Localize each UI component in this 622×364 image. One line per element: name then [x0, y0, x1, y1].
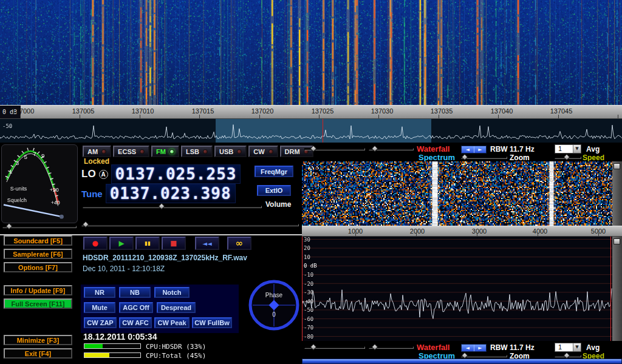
dropdown-arrow-icon[interactable]: ▼	[573, 343, 581, 351]
scrollbar-handle[interactable]	[613, 238, 620, 244]
s-meter[interactable]: 1 3 5 7 9 +20 +40 S-units Squelch	[1, 144, 78, 223]
avg-dropdown[interactable]: 1 ▼	[555, 144, 581, 153]
mode-label: AM	[87, 148, 98, 155]
smeter-tick-5: 5	[24, 153, 27, 160]
freqmgr-button[interactable]: FreqMgr	[255, 166, 293, 177]
af-waterfall-display[interactable]	[302, 161, 612, 226]
mode-usb-button[interactable]: USB	[214, 146, 247, 157]
record-button[interactable]: ●	[83, 237, 108, 250]
db-label: -40	[304, 298, 313, 305]
smeter-tick-plus40: +40	[51, 200, 60, 206]
waterfall-contrast-slider[interactable]	[369, 146, 414, 152]
cpu-total-fill	[84, 353, 109, 357]
speed-slider[interactable]	[555, 155, 581, 161]
cw-peak-button[interactable]: CW Peak	[154, 317, 190, 328]
mode-am-button[interactable]: AM	[83, 146, 111, 157]
squelch-slider-handle[interactable]	[5, 223, 12, 229]
smeter-squelch-label: Squelch	[7, 197, 27, 203]
mode-cw-button[interactable]: CW	[248, 146, 278, 157]
af-spectrum-scrollbar[interactable]	[612, 237, 622, 341]
cw-afc-button[interactable]: CW AFC	[119, 317, 152, 328]
rx-channel-a-badge[interactable]: A	[99, 170, 108, 179]
slider-handle[interactable]	[461, 153, 468, 160]
af-tick-label: 1000	[348, 228, 363, 235]
af-frequency-scale[interactable]: 1000 2000 3000 4000 5000	[302, 226, 622, 237]
mode-fm-button[interactable]: FM	[151, 146, 179, 157]
smeter-needle	[4, 204, 61, 217]
waterfall-contrast-slider[interactable]	[369, 345, 414, 351]
mode-led-icon	[169, 149, 174, 154]
loop-button[interactable]: ∞	[227, 237, 251, 250]
slider-handle[interactable]	[371, 145, 378, 152]
info-update-button[interactable]: Info / Update [F9]	[4, 285, 72, 295]
tuning-slider[interactable]	[81, 222, 299, 228]
waterfall-tab-label[interactable]: Waterfall	[417, 144, 449, 153]
spinner-left-icon[interactable]: ◄	[462, 345, 474, 351]
phase-dial[interactable]: Phase 0	[247, 278, 301, 332]
slider-handle[interactable]	[371, 343, 378, 350]
tune-frequency-display[interactable]: 0137.023.398	[106, 184, 236, 203]
exit-button[interactable]: Exit [F4]	[4, 348, 72, 359]
rewind-button[interactable]: ◄◄	[195, 237, 219, 250]
smeter-tick-7: 7	[33, 150, 36, 157]
mode-led-icon	[203, 149, 208, 154]
waterfall-tab-label[interactable]: Waterfall	[417, 343, 449, 352]
samplerate-button[interactable]: Samplerate [F6]	[4, 249, 72, 259]
mode-ecss-button[interactable]: ECSS	[113, 146, 149, 157]
play-button[interactable]: ▶	[109, 237, 134, 250]
volume-slider[interactable]	[83, 204, 262, 210]
spinner-right-icon[interactable]: ►	[474, 146, 487, 153]
cw-zap-button[interactable]: CW ZAP	[84, 317, 117, 328]
spinner-left-icon[interactable]: ◄	[462, 146, 474, 153]
mute-button[interactable]: Mute	[84, 302, 115, 313]
zoom-spinner[interactable]: ◄ ►	[461, 146, 487, 153]
cw-fullbw-button[interactable]: CW FullBw	[192, 317, 232, 328]
avg-dropdown[interactable]: 1 ▼	[555, 343, 581, 352]
slider-handle[interactable]	[563, 153, 570, 160]
mode-button-row: AM ECSS FM LSB USB CW DRM	[83, 146, 313, 157]
nb-button[interactable]: NB	[119, 287, 151, 298]
waterfall-brightness-slider[interactable]	[304, 146, 365, 152]
waterfall-brightness-slider[interactable]	[304, 345, 365, 351]
main-spectrum-canvas[interactable]	[0, 119, 622, 143]
db-label: 0 dB	[304, 263, 317, 269]
db-label: -20	[304, 281, 313, 287]
af-spectrum-display[interactable]: 30 20 10 0 dB -10 -20 -30 -40 -50 -60 -7…	[302, 237, 612, 341]
dropdown-arrow-icon[interactable]: ▼	[573, 145, 581, 153]
nr-button[interactable]: NR	[84, 287, 115, 298]
slider-handle[interactable]	[461, 352, 468, 359]
af-waterfall-scrollbar[interactable]	[612, 161, 622, 226]
extio-button[interactable]: ExtIO	[257, 185, 291, 196]
mode-lsb-button[interactable]: LSB	[181, 146, 213, 157]
main-waterfall-display[interactable]	[0, 0, 622, 105]
spectrum-tab-label[interactable]: Spectrum	[419, 153, 455, 162]
pause-button[interactable]: ▮▮	[135, 237, 160, 250]
slider-handle[interactable]	[563, 352, 570, 359]
db-label: 10	[304, 254, 310, 260]
minimize-button[interactable]: Minimize [F3]	[4, 335, 72, 345]
zoom-spinner[interactable]: ◄ ►	[461, 344, 487, 352]
slider-handle[interactable]	[310, 145, 316, 152]
scrollbar-handle[interactable]	[613, 163, 620, 169]
lo-frequency-display[interactable]: 0137.025.253	[111, 164, 241, 184]
despread-button[interactable]: Despread	[157, 302, 196, 313]
spinner-right-icon[interactable]: ►	[474, 345, 487, 351]
volume-slider-handle[interactable]	[158, 203, 165, 209]
notch-button[interactable]: Notch	[154, 287, 190, 298]
af-pan-bar[interactable]	[302, 359, 622, 364]
mode-label: DRM	[285, 148, 300, 155]
stop-button[interactable]: ■	[162, 237, 186, 250]
frequency-scale[interactable]: 0 dB 137000 137005 137010 137015 137020 …	[0, 105, 622, 119]
af-spectrum-canvas[interactable]	[302, 237, 612, 341]
fullscreen-button[interactable]: Full Screen [F11]	[4, 298, 72, 309]
tuning-slider-handle[interactable]	[82, 221, 89, 228]
agc-off-button[interactable]: AGC Off	[119, 302, 153, 313]
options-button[interactable]: Options [F7]	[4, 262, 72, 272]
panel-divider	[0, 234, 302, 235]
squelch-slider[interactable]	[2, 224, 77, 230]
soundcard-button[interactable]: Soundcard [F5]	[4, 235, 72, 246]
zoom-slider[interactable]	[461, 155, 507, 161]
slider-handle[interactable]	[310, 343, 316, 350]
main-spectrum-display[interactable]: -50	[0, 119, 622, 143]
freq-tick-label: 137035	[431, 107, 453, 115]
